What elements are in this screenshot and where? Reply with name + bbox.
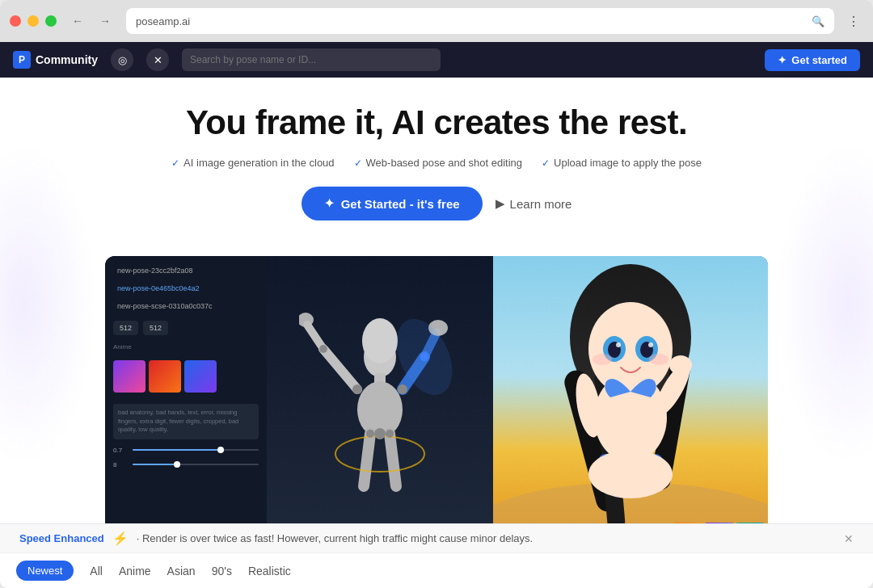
demo-area: new-pose-23cc2bf2a08 new-pose-0e465bc0e4… [0,256,873,523]
svg-point-15 [319,345,327,353]
demo-frame: new-pose-23cc2bf2a08 new-pose-0e465bc0e4… [105,256,768,523]
browser-window: ← → poseamp.ai 🔍 ⋮ P Community ◎ ✕ ✦ Get… [0,0,873,588]
width-input[interactable]: 512 [113,321,138,335]
thumb-2[interactable] [149,360,181,393]
slider-2-fill [133,464,177,465]
nav-buttons: ← → [66,10,116,32]
pose-model [299,292,461,519]
site-search-input[interactable] [182,48,441,71]
slider-2-value: 8 [113,461,129,468]
style-label: Anime [113,343,259,351]
svg-point-17 [374,428,386,439]
thumb-1[interactable] [113,360,146,393]
hero-cta: ✦ Get Started - it's free ▶ Learn more [16,187,857,220]
svg-point-40 [669,355,692,375]
svg-point-35 [649,354,668,365]
tab-asian[interactable]: Asian [167,561,196,581]
svg-point-2 [362,318,398,363]
learn-more-icon: ▶ [496,196,505,211]
hero-title: You frame it, AI creates the rest. [16,103,857,142]
site-navbar: P Community ◎ ✕ ✦ Get started [0,42,873,78]
svg-point-13 [352,384,362,394]
demo-center [267,256,493,523]
tab-anime[interactable]: Anime [119,561,151,581]
tab-realistic[interactable]: Realistic [248,561,291,581]
svg-line-10 [364,434,370,486]
discord-icon[interactable]: ◎ [111,48,133,71]
slider-2-track[interactable] [133,464,259,465]
get-started-button[interactable]: ✦ Get Started - it's free [302,187,483,220]
pose-list-item-2[interactable]: new-pose-0e465bc0e4a2 [113,282,259,295]
hero-feature-2: ✓ Web-based pose and shot editing [354,157,522,169]
hero-section: You frame it, AI creates the rest. ✓ AI … [0,78,873,256]
negative-prompt-text: bad anatomy, bad hands, text, error, mis… [118,409,254,435]
twitter-icon[interactable]: ✕ [146,48,169,71]
site-logo: P Community [13,51,98,69]
filter-tabs: Newest All Anime Asian 90's Realistic [0,552,873,588]
checkmark-1: ✓ [171,158,179,169]
bottom-thumb-2[interactable] [705,523,734,523]
slider-1-value: 0.7 [113,447,129,454]
hero-feature-1: ✓ AI image generation in the cloud [171,157,334,169]
learn-more-button[interactable]: ▶ Learn more [496,196,572,211]
browser-menu-icon[interactable]: ⋮ [844,10,863,32]
browser-titlebar: ← → poseamp.ai 🔍 ⋮ [0,0,873,42]
pose-list-item-1[interactable]: new-pose-23cc2bf2a08 [113,264,259,277]
pose-list-item-3[interactable]: new-pose-scse-0310a0c037c [113,300,259,313]
slider-1-track[interactable] [133,449,259,451]
svg-point-12 [335,436,424,472]
svg-point-14 [398,384,407,394]
tab-newest[interactable]: Newest [16,561,74,581]
bottom-thumbnails [671,519,768,523]
close-button[interactable] [10,15,21,27]
url-text: poseamp.ai [136,15,805,27]
anime-figure-svg [493,256,768,523]
slider-1-row: 0.7 [113,447,259,454]
bottom-thumb-1[interactable] [674,523,703,523]
demo-right: Female Downl... [493,256,768,523]
demo-size-inputs: 512 512 [113,321,259,335]
thumb-3[interactable] [184,360,217,393]
thumbnail-row [113,360,259,393]
hero-features: ✓ AI image generation in the cloud ✓ Web… [16,157,857,169]
speed-banner: Speed Enhanced ⚡ · Render is over twice … [0,523,873,552]
nav-get-started-button[interactable]: ✦ Get started [765,49,860,71]
address-bar[interactable]: poseamp.ai 🔍 [126,8,834,34]
svg-line-4 [323,349,357,389]
svg-point-18 [366,430,374,438]
svg-point-20 [386,310,461,404]
banner-close-button[interactable]: ✕ [844,532,854,545]
get-started-icon: ✦ [324,196,335,211]
svg-line-5 [307,325,323,349]
feature-text-2: Web-based pose and shot editing [366,157,522,169]
slider-1-thumb[interactable] [217,447,224,453]
get-started-label: Get Started - it's free [341,197,460,211]
tab-all[interactable]: All [90,561,103,581]
feature-text-1: AI image generation in the cloud [183,157,334,169]
height-input[interactable]: 512 [143,321,168,335]
browser-search-icon: 🔍 [812,15,824,27]
slider-2-row: 8 [113,461,259,468]
back-button[interactable]: ← [66,10,89,32]
lightning-icon: ⚡ [112,531,129,546]
model-svg [299,292,461,519]
hero-feature-3: ✓ Upload image to apply the pose [542,157,702,169]
tab-90s[interactable]: 90's [212,561,232,581]
nav-get-started-icon: ✦ [778,54,787,66]
svg-point-33 [648,342,653,347]
forward-button[interactable]: → [94,10,116,32]
maximize-button[interactable] [45,15,57,27]
learn-more-label: Learn more [510,197,572,211]
minimize-button[interactable] [27,15,39,27]
checkmark-3: ✓ [542,158,550,169]
svg-line-11 [390,434,396,486]
logo-text: Community [36,53,98,66]
svg-point-19 [386,430,394,438]
logo-icon: P [13,51,31,69]
feature-text-3: Upload image to apply the pose [554,157,702,169]
speed-enhanced-label: Speed Enhanced [19,532,104,544]
bottom-thumb-3[interactable] [736,523,765,523]
slider-2-thumb[interactable] [174,461,180,468]
speed-description: · Render is over twice as fast! However,… [137,532,533,544]
main-content: You frame it, AI creates the rest. ✓ AI … [0,78,873,588]
